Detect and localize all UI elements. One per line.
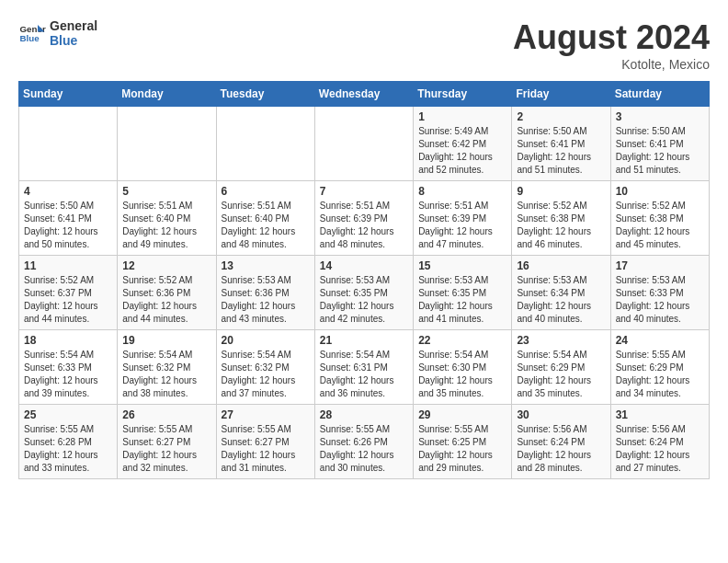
calendar-cell: 9Sunrise: 5:52 AM Sunset: 6:38 PM Daylig… xyxy=(512,181,610,256)
day-number: 7 xyxy=(320,185,408,198)
day-info: Sunrise: 5:55 AM Sunset: 6:27 PM Dayligh… xyxy=(122,423,210,475)
day-header-thursday: Thursday xyxy=(414,82,512,107)
day-number: 9 xyxy=(517,185,605,198)
calendar-cell: 13Sunrise: 5:53 AM Sunset: 6:36 PM Dayli… xyxy=(216,256,314,330)
day-info: Sunrise: 5:51 AM Sunset: 6:40 PM Dayligh… xyxy=(222,200,310,251)
calendar-cell: 28Sunrise: 5:55 AM Sunset: 6:26 PM Dayli… xyxy=(314,405,413,479)
calendar-cell: 7Sunrise: 5:51 AM Sunset: 6:39 PM Daylig… xyxy=(314,181,413,256)
day-info: Sunrise: 5:50 AM Sunset: 6:41 PM Dayligh… xyxy=(616,125,704,177)
day-info: Sunrise: 5:51 AM Sunset: 6:39 PM Dayligh… xyxy=(320,200,408,251)
day-header-monday: Monday xyxy=(118,82,216,107)
calendar-cell: 18Sunrise: 5:54 AM Sunset: 6:33 PM Dayli… xyxy=(19,330,118,405)
day-number: 26 xyxy=(122,408,210,421)
calendar-week-1: 4Sunrise: 5:50 AM Sunset: 6:41 PM Daylig… xyxy=(19,181,710,256)
calendar-cell: 10Sunrise: 5:52 AM Sunset: 6:38 PM Dayli… xyxy=(610,181,709,256)
day-number: 12 xyxy=(122,259,210,272)
logo-line2: Blue xyxy=(50,33,97,48)
day-info: Sunrise: 5:54 AM Sunset: 6:32 PM Dayligh… xyxy=(122,349,210,400)
day-number: 3 xyxy=(616,110,704,123)
day-number: 4 xyxy=(24,185,112,198)
page-header: General Blue General Blue August 2024 Ko… xyxy=(18,18,710,72)
logo-line1: General xyxy=(50,18,97,33)
day-header-friday: Friday xyxy=(512,82,610,107)
day-info: Sunrise: 5:53 AM Sunset: 6:36 PM Dayligh… xyxy=(222,274,310,326)
calendar-week-0: 1Sunrise: 5:49 AM Sunset: 6:42 PM Daylig… xyxy=(19,107,710,181)
day-number: 10 xyxy=(616,185,704,198)
logo-icon: General Blue xyxy=(18,19,46,47)
calendar-cell: 23Sunrise: 5:54 AM Sunset: 6:29 PM Dayli… xyxy=(512,330,610,405)
calendar-cell: 5Sunrise: 5:51 AM Sunset: 6:40 PM Daylig… xyxy=(118,181,216,256)
calendar-week-2: 11Sunrise: 5:52 AM Sunset: 6:37 PM Dayli… xyxy=(19,256,710,330)
day-info: Sunrise: 5:54 AM Sunset: 6:29 PM Dayligh… xyxy=(517,349,605,400)
day-number: 31 xyxy=(616,408,704,421)
calendar-cell xyxy=(118,107,216,181)
day-header-saturday: Saturday xyxy=(610,82,709,107)
day-number: 13 xyxy=(222,259,310,272)
day-number: 21 xyxy=(320,334,408,347)
calendar-week-3: 18Sunrise: 5:54 AM Sunset: 6:33 PM Dayli… xyxy=(19,330,710,405)
day-info: Sunrise: 5:49 AM Sunset: 6:42 PM Dayligh… xyxy=(418,125,506,177)
day-number: 5 xyxy=(122,185,210,198)
day-number: 15 xyxy=(418,259,506,272)
day-header-wednesday: Wednesday xyxy=(314,82,413,107)
calendar-cell: 2Sunrise: 5:50 AM Sunset: 6:41 PM Daylig… xyxy=(512,107,610,181)
calendar-cell: 22Sunrise: 5:54 AM Sunset: 6:30 PM Dayli… xyxy=(414,330,512,405)
day-number: 17 xyxy=(616,259,704,272)
calendar-cell: 24Sunrise: 5:55 AM Sunset: 6:29 PM Dayli… xyxy=(610,330,709,405)
day-info: Sunrise: 5:55 AM Sunset: 6:27 PM Dayligh… xyxy=(222,423,310,475)
day-number: 14 xyxy=(320,259,408,272)
calendar-cell xyxy=(216,107,314,181)
logo: General Blue General Blue xyxy=(18,18,97,48)
day-info: Sunrise: 5:53 AM Sunset: 6:35 PM Dayligh… xyxy=(418,274,506,326)
day-info: Sunrise: 5:56 AM Sunset: 6:24 PM Dayligh… xyxy=(616,423,704,475)
calendar-cell: 6Sunrise: 5:51 AM Sunset: 6:40 PM Daylig… xyxy=(216,181,314,256)
calendar-cell: 1Sunrise: 5:49 AM Sunset: 6:42 PM Daylig… xyxy=(414,107,512,181)
calendar-cell: 26Sunrise: 5:55 AM Sunset: 6:27 PM Dayli… xyxy=(118,405,216,479)
day-info: Sunrise: 5:55 AM Sunset: 6:28 PM Dayligh… xyxy=(24,423,112,475)
day-number: 16 xyxy=(517,259,605,272)
day-info: Sunrise: 5:54 AM Sunset: 6:33 PM Dayligh… xyxy=(24,349,112,400)
day-info: Sunrise: 5:51 AM Sunset: 6:39 PM Dayligh… xyxy=(418,200,506,251)
day-info: Sunrise: 5:55 AM Sunset: 6:26 PM Dayligh… xyxy=(320,423,408,475)
day-number: 24 xyxy=(616,334,704,347)
day-info: Sunrise: 5:54 AM Sunset: 6:31 PM Dayligh… xyxy=(320,349,408,400)
calendar-week-4: 25Sunrise: 5:55 AM Sunset: 6:28 PM Dayli… xyxy=(19,405,710,479)
calendar-cell: 21Sunrise: 5:54 AM Sunset: 6:31 PM Dayli… xyxy=(314,330,413,405)
day-number: 27 xyxy=(222,408,310,421)
day-info: Sunrise: 5:54 AM Sunset: 6:30 PM Dayligh… xyxy=(418,349,506,400)
calendar-cell: 11Sunrise: 5:52 AM Sunset: 6:37 PM Dayli… xyxy=(19,256,118,330)
day-number: 18 xyxy=(24,334,112,347)
calendar-cell: 25Sunrise: 5:55 AM Sunset: 6:28 PM Dayli… xyxy=(19,405,118,479)
day-header-tuesday: Tuesday xyxy=(216,82,314,107)
calendar-cell: 17Sunrise: 5:53 AM Sunset: 6:33 PM Dayli… xyxy=(610,256,709,330)
calendar-cell: 27Sunrise: 5:55 AM Sunset: 6:27 PM Dayli… xyxy=(216,405,314,479)
day-number: 22 xyxy=(418,334,506,347)
title-block: August 2024 Kotolte, Mexico xyxy=(513,18,710,72)
location: Kotolte, Mexico xyxy=(513,57,710,72)
calendar-cell: 12Sunrise: 5:52 AM Sunset: 6:36 PM Dayli… xyxy=(118,256,216,330)
calendar-cell: 15Sunrise: 5:53 AM Sunset: 6:35 PM Dayli… xyxy=(414,256,512,330)
calendar-cell: 30Sunrise: 5:56 AM Sunset: 6:24 PM Dayli… xyxy=(512,405,610,479)
calendar-body: 1Sunrise: 5:49 AM Sunset: 6:42 PM Daylig… xyxy=(19,107,710,479)
day-number: 28 xyxy=(320,408,408,421)
day-number: 25 xyxy=(24,408,112,421)
day-info: Sunrise: 5:56 AM Sunset: 6:24 PM Dayligh… xyxy=(517,423,605,475)
calendar-table: SundayMondayTuesdayWednesdayThursdayFrid… xyxy=(18,81,710,479)
calendar-cell xyxy=(314,107,413,181)
day-number: 1 xyxy=(418,110,506,123)
day-info: Sunrise: 5:55 AM Sunset: 6:29 PM Dayligh… xyxy=(616,349,704,400)
calendar-cell: 20Sunrise: 5:54 AM Sunset: 6:32 PM Dayli… xyxy=(216,330,314,405)
day-info: Sunrise: 5:52 AM Sunset: 6:37 PM Dayligh… xyxy=(24,274,112,326)
calendar-cell xyxy=(19,107,118,181)
day-number: 29 xyxy=(418,408,506,421)
calendar-cell: 16Sunrise: 5:53 AM Sunset: 6:34 PM Dayli… xyxy=(512,256,610,330)
svg-text:Blue: Blue xyxy=(20,33,40,43)
calendar-cell: 14Sunrise: 5:53 AM Sunset: 6:35 PM Dayli… xyxy=(314,256,413,330)
calendar-cell: 8Sunrise: 5:51 AM Sunset: 6:39 PM Daylig… xyxy=(414,181,512,256)
day-number: 11 xyxy=(24,259,112,272)
day-number: 8 xyxy=(418,185,506,198)
day-number: 30 xyxy=(517,408,605,421)
calendar-cell: 19Sunrise: 5:54 AM Sunset: 6:32 PM Dayli… xyxy=(118,330,216,405)
day-info: Sunrise: 5:54 AM Sunset: 6:32 PM Dayligh… xyxy=(222,349,310,400)
day-info: Sunrise: 5:50 AM Sunset: 6:41 PM Dayligh… xyxy=(24,200,112,251)
